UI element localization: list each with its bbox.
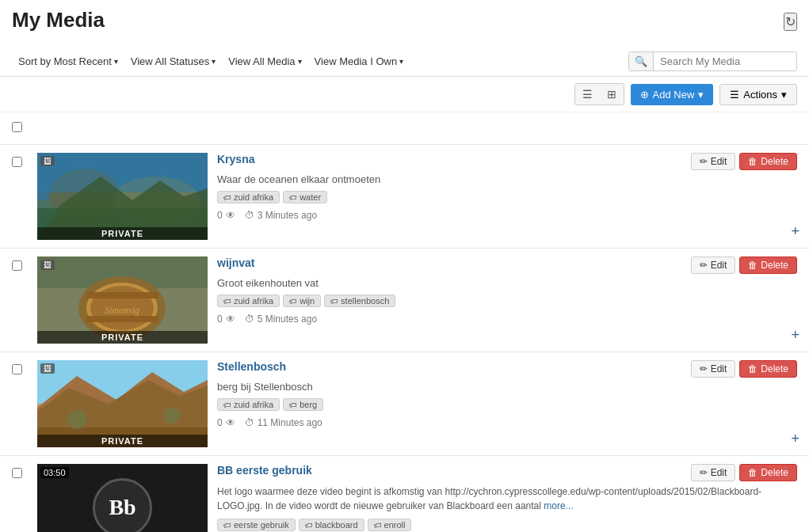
delete-button[interactable]: 🗑 Delete [739, 256, 797, 274]
duration-badge: 03:50 [40, 467, 69, 478]
title-row: wijnvat ✏ Edit 🗑 Delete [217, 256, 797, 274]
refresh-button[interactable]: ↻ [784, 13, 797, 31]
media-title[interactable]: wijnvat [217, 256, 254, 269]
search-bar: 🔍 [628, 51, 797, 71]
media-label: View All Media [228, 55, 295, 67]
thumbnail-krysna[interactable]: PRIVATE 🖼 [37, 153, 208, 240]
bb-logo-circle: Bb [93, 478, 152, 533]
delete-button[interactable]: 🗑 Delete [739, 464, 797, 481]
media-info-bb: BB eerste gebruik ✏ Edit 🗑 Delete Het lo… [217, 464, 797, 532]
row-checkbox-col [12, 464, 28, 481]
tag[interactable]: zuid afrika [217, 398, 280, 411]
actions-button[interactable]: ☰ Actions ▾ [719, 84, 797, 105]
svg-rect-5 [37, 153, 208, 192]
views-number: 0 [217, 314, 223, 325]
edit-button[interactable]: ✏ Edit [691, 360, 736, 378]
search-icon: 🔍 [629, 52, 654, 70]
sort-caret: ▾ [114, 57, 118, 66]
media-description: berg bij Stellenbosch [217, 381, 797, 393]
tags-row: zuid afrika water [217, 191, 797, 203]
edit-button[interactable]: ✏ Edit [691, 153, 736, 170]
edit-button[interactable]: ✏ Edit [691, 464, 736, 481]
add-to-collection-icon[interactable]: + [791, 223, 799, 240]
add-to-collection-icon[interactable]: + [791, 431, 799, 447]
select-all-row [0, 112, 809, 145]
statuses-label: View All Statuses [131, 55, 209, 67]
media-title[interactable]: Krysna [217, 153, 254, 165]
media-title[interactable]: BB eerste gebruik [217, 464, 312, 477]
bb-logo-text: Bb [109, 495, 135, 520]
time-label: 11 Minutes ago [258, 417, 322, 428]
thumbnail-bb[interactable]: Bb 03:50 Blackboard [37, 464, 208, 532]
tag[interactable]: blackboard [299, 519, 364, 531]
row-checkbox-col [12, 153, 28, 169]
item-actions: ✏ Edit 🗑 Delete [691, 464, 797, 481]
delete-icon: 🗑 [748, 260, 757, 271]
edit-button[interactable]: ✏ Edit [691, 256, 736, 274]
tag[interactable]: zuid afrika [217, 191, 280, 203]
row-checkbox[interactable] [12, 468, 22, 478]
media-info-krysna: Krysna ✏ Edit 🗑 Delete Waar de oceanen e… [217, 153, 797, 221]
actions-label: Actions [743, 89, 777, 101]
delete-label: Delete [761, 156, 788, 167]
views-number: 0 [217, 210, 223, 221]
title-row: Stellenbosch ✏ Edit 🗑 Delete [217, 360, 797, 378]
actions-menu-icon: ☰ [730, 89, 739, 101]
delete-icon: 🗑 [748, 363, 757, 374]
delete-icon: 🗑 [748, 467, 757, 478]
thumbnail-wijnvat[interactable]: Simonsig PRIVATE 🖼 [37, 256, 208, 344]
private-badge: PRIVATE [37, 435, 208, 447]
media-dropdown[interactable]: View All Media ▾ [222, 52, 307, 70]
tag[interactable]: water [283, 191, 327, 203]
tag[interactable]: berg [283, 398, 323, 411]
view-count: 0 👁 [217, 210, 235, 221]
media-title[interactable]: Stellenbosch [217, 360, 286, 373]
svg-rect-13 [86, 316, 158, 322]
svg-point-21 [164, 408, 180, 424]
add-new-label: Add New [653, 89, 695, 101]
view-count: 0 👁 [217, 314, 235, 325]
delete-label: Delete [761, 467, 788, 478]
statuses-dropdown[interactable]: View All Statuses ▾ [124, 52, 222, 70]
private-badge: PRIVATE [37, 227, 208, 240]
media-type-icon: 🖼 [40, 156, 55, 166]
media-description: Groot eikenhouten vat [217, 277, 797, 289]
delete-button[interactable]: 🗑 Delete [739, 153, 797, 170]
grid-view-button[interactable]: ⊞ [600, 84, 624, 104]
tags-row: zuid afrika berg [217, 398, 797, 411]
item-actions: ✏ Edit 🗑 Delete [691, 153, 797, 170]
views-number: 0 [217, 417, 223, 428]
more-link[interactable]: more... [544, 500, 573, 511]
row-checkbox-col [12, 256, 28, 273]
tag[interactable]: zuid afrika [217, 294, 280, 307]
media-type-icon: 🖼 [40, 363, 55, 374]
item-actions: ✏ Edit 🗑 Delete [691, 360, 797, 378]
row-checkbox-col [12, 360, 28, 377]
tags-row: zuid afrika wijn stellenbosch [217, 294, 797, 307]
tag[interactable]: wijn [283, 294, 321, 307]
table-row: PRIVATE 🖼 Stellenbosch ✏ Edit 🗑 Delete b… [0, 352, 809, 456]
tag[interactable]: stellenbosch [324, 294, 395, 307]
media-info-wijnvat: wijnvat ✏ Edit 🗑 Delete Groot eikenhoute… [217, 256, 797, 325]
tag[interactable]: eerste gebruik [217, 519, 296, 531]
list-view-button[interactable]: ☰ [575, 84, 600, 104]
tag[interactable]: enroll [368, 519, 412, 531]
delete-button[interactable]: 🗑 Delete [739, 360, 797, 378]
thumbnail-stellenbosch[interactable]: PRIVATE 🖼 [37, 360, 208, 447]
add-new-button[interactable]: ⊕ Add New ▾ [631, 84, 714, 105]
add-to-collection-icon[interactable]: + [791, 327, 799, 344]
sort-dropdown[interactable]: Sort by Most Recent ▾ [12, 52, 124, 70]
clock-icon: ⏱ [245, 314, 254, 325]
toolbar-row: Sort by Most Recent ▾ View All Statuses … [12, 47, 797, 76]
edit-icon: ✏ [700, 260, 708, 271]
select-all-checkbox[interactable] [12, 122, 22, 132]
edit-icon: ✏ [700, 467, 708, 478]
row-checkbox[interactable] [12, 260, 22, 271]
search-input[interactable] [654, 52, 796, 70]
media-own-dropdown[interactable]: View Media I Own ▾ [308, 52, 410, 70]
row-checkbox[interactable] [12, 364, 22, 374]
edit-label: Edit [711, 156, 727, 167]
time-label: 5 Minutes ago [258, 314, 317, 325]
row-checkbox[interactable] [12, 157, 22, 167]
tags-row: eerste gebruik blackboard enroll [217, 519, 797, 531]
